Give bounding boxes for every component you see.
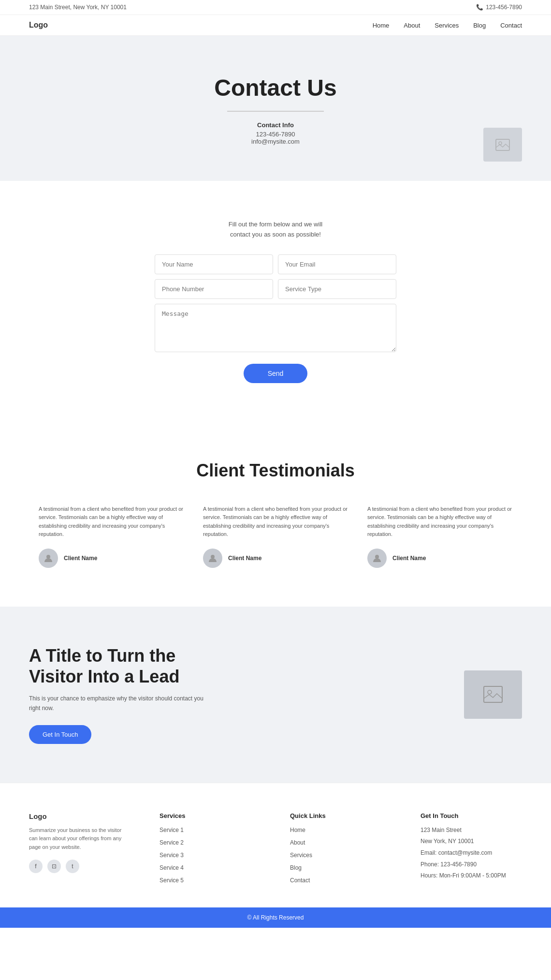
form-subtitle-line2: contact you as soon as possible! bbox=[230, 231, 321, 238]
footer-col-contact: Get In Touch 123 Main Street New York, N… bbox=[420, 812, 522, 888]
footer-col-services: Services Service 1 Service 2 Service 3 S… bbox=[160, 812, 261, 888]
svg-point-6 bbox=[488, 690, 492, 694]
instagram-icon[interactable]: ⊡ bbox=[47, 860, 61, 873]
cta-left: A Title to Turn the Visitor Into a Lead … bbox=[29, 645, 213, 744]
cta-image-placeholder bbox=[464, 670, 522, 719]
cta-button[interactable]: Get In Touch bbox=[29, 725, 91, 744]
svg-rect-0 bbox=[496, 139, 509, 150]
footer-col-about: Logo Summarize your business so the visi… bbox=[29, 812, 130, 888]
footer-address: 123 Main Street bbox=[420, 825, 522, 836]
top-bar-phone-number: 123-456-7890 bbox=[486, 4, 522, 11]
svg-point-1 bbox=[499, 142, 502, 145]
testimonial-author-1: Client Name bbox=[39, 549, 184, 568]
footer-get-in-touch-heading: Get In Touch bbox=[420, 812, 522, 819]
footer-grid: Logo Summarize your business so the visi… bbox=[29, 812, 522, 888]
author-avatar-1 bbox=[39, 549, 58, 568]
testimonial-author-3: Client Name bbox=[367, 549, 512, 568]
footer-service-2[interactable]: Service 2 bbox=[160, 839, 184, 846]
footer-link-services[interactable]: Services bbox=[290, 852, 312, 859]
form-subtitle: Fill out the form below and we will cont… bbox=[29, 220, 522, 240]
testimonial-card-3: A testimonial from a client who benefite… bbox=[367, 505, 512, 568]
top-bar-address: 123 Main Street, New York, NY 10001 bbox=[29, 4, 127, 11]
svg-point-2 bbox=[46, 555, 50, 559]
form-container: Send bbox=[155, 254, 396, 383]
testimonial-author-2: Client Name bbox=[203, 549, 348, 568]
author-name-2: Client Name bbox=[228, 555, 261, 562]
twitter-icon[interactable]: t bbox=[66, 860, 79, 873]
cta-title: A Title to Turn the Visitor Into a Lead bbox=[29, 645, 213, 687]
hero-divider bbox=[227, 111, 324, 112]
nav-services[interactable]: Services bbox=[435, 22, 459, 29]
email-input[interactable] bbox=[278, 254, 396, 274]
footer: Logo Summarize your business so the visi… bbox=[0, 783, 551, 928]
navbar: Logo Home About Services Blog Contact bbox=[0, 15, 551, 36]
footer-social: f ⊡ t bbox=[29, 860, 130, 873]
footer-quick-links-list: Home About Services Blog Contact bbox=[290, 825, 392, 884]
testimonial-text-1: A testimonial from a client who benefite… bbox=[39, 505, 184, 539]
hero-image-placeholder bbox=[483, 128, 522, 162]
nav-contact[interactable]: Contact bbox=[500, 22, 522, 29]
footer-link-home[interactable]: Home bbox=[290, 827, 305, 833]
hero-section: Contact Us Contact Info 123-456-7890 inf… bbox=[0, 36, 551, 181]
nav-about[interactable]: About bbox=[404, 22, 420, 29]
nav-blog[interactable]: Blog bbox=[473, 22, 486, 29]
nav-home[interactable]: Home bbox=[373, 22, 390, 29]
top-bar-phone-container: 📞 123-456-7890 bbox=[476, 4, 522, 11]
footer-services-heading: Services bbox=[160, 812, 261, 819]
svg-point-4 bbox=[375, 555, 379, 559]
footer-phone: Phone: 123-456-7890 bbox=[420, 860, 522, 870]
service-input[interactable] bbox=[278, 279, 396, 299]
message-input[interactable] bbox=[155, 304, 396, 352]
hero-phone: 123-456-7890 bbox=[29, 131, 522, 138]
facebook-icon[interactable]: f bbox=[29, 860, 43, 873]
contact-info-block: Contact Info 123-456-7890 info@mysite.co… bbox=[29, 121, 522, 145]
footer-tagline: Summarize your business so the visitor c… bbox=[29, 826, 130, 852]
footer-hours: Hours: Mon-Fri 9:00AM - 5:00PM bbox=[420, 871, 522, 881]
footer-service-3[interactable]: Service 3 bbox=[160, 852, 184, 859]
svg-rect-5 bbox=[484, 686, 502, 702]
name-input[interactable] bbox=[155, 254, 273, 274]
contact-info-label: Contact Info bbox=[29, 121, 522, 129]
footer-bottom: © All Rights Reserved bbox=[0, 907, 551, 928]
cta-description: This is your chance to emphasize why the… bbox=[29, 694, 213, 713]
form-row-1 bbox=[155, 254, 396, 274]
footer-contact-info: 123 Main Street New York, NY 10001 Email… bbox=[420, 825, 522, 881]
testimonials-title: Client Testimonials bbox=[29, 460, 522, 481]
phone-input[interactable] bbox=[155, 279, 273, 299]
svg-point-3 bbox=[211, 555, 215, 559]
author-avatar-3 bbox=[367, 549, 387, 568]
cta-section: A Title to Turn the Visitor Into a Lead … bbox=[0, 607, 551, 783]
footer-quick-links-heading: Quick Links bbox=[290, 812, 392, 819]
form-subtitle-line1: Fill out the form below and we will bbox=[229, 221, 322, 228]
form-section: Fill out the form below and we will cont… bbox=[0, 181, 551, 422]
navbar-logo: Logo bbox=[29, 21, 48, 30]
footer-services-list: Service 1 Service 2 Service 3 Service 4 … bbox=[160, 825, 261, 884]
form-row-2 bbox=[155, 279, 396, 299]
send-button[interactable]: Send bbox=[244, 364, 308, 383]
testimonials-section: Client Testimonials A testimonial from a… bbox=[0, 422, 551, 607]
author-name-3: Client Name bbox=[392, 555, 426, 562]
top-bar: 123 Main Street, New York, NY 10001 📞 12… bbox=[0, 0, 551, 15]
hero-email: info@mysite.com bbox=[29, 138, 522, 145]
footer-service-4[interactable]: Service 4 bbox=[160, 864, 184, 871]
footer-link-blog[interactable]: Blog bbox=[290, 864, 302, 871]
testimonial-card-2: A testimonial from a client who benefite… bbox=[203, 505, 348, 568]
testimonials-grid: A testimonial from a client who benefite… bbox=[29, 505, 522, 568]
phone-icon: 📞 bbox=[476, 4, 483, 11]
copyright-text: © All Rights Reserved bbox=[247, 914, 304, 921]
author-name-1: Client Name bbox=[64, 555, 97, 562]
footer-service-1[interactable]: Service 1 bbox=[160, 827, 184, 833]
hero-title: Contact Us bbox=[29, 74, 522, 101]
footer-link-about[interactable]: About bbox=[290, 839, 305, 846]
navbar-nav: Home About Services Blog Contact bbox=[373, 21, 522, 30]
footer-col-quick-links: Quick Links Home About Services Blog Con… bbox=[290, 812, 392, 888]
footer-link-contact[interactable]: Contact bbox=[290, 877, 310, 884]
footer-city: New York, NY 10001 bbox=[420, 836, 522, 847]
testimonial-card-1: A testimonial from a client who benefite… bbox=[39, 505, 184, 568]
footer-logo: Logo bbox=[29, 812, 130, 820]
footer-email: Email: contact@mysite.com bbox=[420, 848, 522, 859]
testimonial-text-2: A testimonial from a client who benefite… bbox=[203, 505, 348, 539]
author-avatar-2 bbox=[203, 549, 222, 568]
footer-service-5[interactable]: Service 5 bbox=[160, 877, 184, 884]
testimonial-text-3: A testimonial from a client who benefite… bbox=[367, 505, 512, 539]
